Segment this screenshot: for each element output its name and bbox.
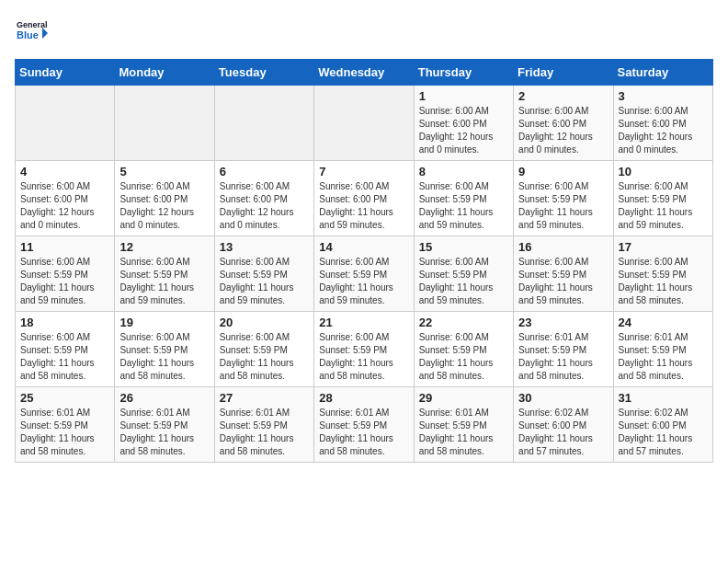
svg-text:General: General	[17, 20, 48, 29]
weekday-header-sunday: Sunday	[16, 60, 115, 86]
calendar-cell: 19Sunrise: 6:00 AM Sunset: 5:59 PM Dayli…	[115, 312, 214, 387]
day-info: Sunrise: 6:01 AM Sunset: 5:59 PM Dayligh…	[319, 407, 408, 458]
calendar-cell: 15Sunrise: 6:00 AM Sunset: 5:59 PM Dayli…	[414, 236, 513, 312]
day-info: Sunrise: 6:00 AM Sunset: 5:59 PM Dayligh…	[419, 180, 508, 232]
calendar-table: SundayMondayTuesdayWednesdayThursdayFrid…	[15, 59, 713, 463]
day-info: Sunrise: 6:00 AM Sunset: 5:59 PM Dayligh…	[319, 331, 408, 383]
calendar-cell: 8Sunrise: 6:00 AM Sunset: 5:59 PM Daylig…	[414, 161, 513, 236]
calendar-cell: 6Sunrise: 6:00 AM Sunset: 6:00 PM Daylig…	[214, 161, 313, 236]
day-number: 10	[619, 165, 708, 178]
calendar-cell: 30Sunrise: 6:02 AM Sunset: 6:00 PM Dayli…	[514, 387, 613, 463]
day-info: Sunrise: 6:00 AM Sunset: 5:59 PM Dayligh…	[20, 256, 109, 307]
day-number: 6	[220, 165, 309, 178]
calendar-cell: 21Sunrise: 6:00 AM Sunset: 5:59 PM Dayli…	[314, 312, 414, 387]
page-header: General Blue	[15, 15, 713, 48]
day-number: 31	[619, 391, 708, 405]
day-info: Sunrise: 6:00 AM Sunset: 5:59 PM Dayligh…	[119, 331, 209, 383]
day-number: 22	[419, 316, 508, 329]
logo-svg: General Blue	[15, 15, 48, 48]
day-info: Sunrise: 6:00 AM Sunset: 5:59 PM Dayligh…	[220, 256, 309, 307]
svg-text:Blue: Blue	[17, 29, 39, 40]
day-number: 30	[518, 391, 608, 405]
day-number: 4	[20, 165, 109, 178]
day-info: Sunrise: 6:00 AM Sunset: 5:59 PM Dayligh…	[419, 331, 508, 383]
calendar-week-1: 1Sunrise: 6:00 AM Sunset: 6:00 PM Daylig…	[16, 86, 713, 161]
calendar-cell	[314, 86, 414, 161]
calendar-cell: 10Sunrise: 6:00 AM Sunset: 5:59 PM Dayli…	[613, 161, 712, 236]
day-number: 21	[319, 316, 408, 329]
calendar-cell: 23Sunrise: 6:01 AM Sunset: 5:59 PM Dayli…	[514, 312, 613, 387]
calendar-cell: 9Sunrise: 6:00 AM Sunset: 5:59 PM Daylig…	[514, 161, 613, 236]
day-info: Sunrise: 6:00 AM Sunset: 5:59 PM Dayligh…	[220, 331, 309, 383]
calendar-week-3: 11Sunrise: 6:00 AM Sunset: 5:59 PM Dayli…	[16, 236, 713, 312]
calendar-cell	[214, 86, 313, 161]
day-info: Sunrise: 6:00 AM Sunset: 6:00 PM Dayligh…	[119, 180, 209, 232]
logo: General Blue	[15, 15, 48, 48]
calendar-cell: 17Sunrise: 6:00 AM Sunset: 5:59 PM Dayli…	[613, 236, 712, 312]
weekday-header-row: SundayMondayTuesdayWednesdayThursdayFrid…	[16, 60, 713, 86]
day-number: 26	[119, 391, 209, 405]
calendar-week-4: 18Sunrise: 6:00 AM Sunset: 5:59 PM Dayli…	[16, 312, 713, 387]
calendar-cell: 16Sunrise: 6:00 AM Sunset: 5:59 PM Dayli…	[514, 236, 613, 312]
calendar-cell: 4Sunrise: 6:00 AM Sunset: 6:00 PM Daylig…	[16, 161, 115, 236]
calendar-cell: 12Sunrise: 6:00 AM Sunset: 5:59 PM Dayli…	[115, 236, 214, 312]
calendar-cell: 22Sunrise: 6:00 AM Sunset: 5:59 PM Dayli…	[414, 312, 513, 387]
weekday-header-friday: Friday	[514, 60, 613, 86]
day-info: Sunrise: 6:00 AM Sunset: 5:59 PM Dayligh…	[619, 180, 708, 232]
calendar-cell	[16, 86, 115, 161]
day-info: Sunrise: 6:02 AM Sunset: 6:00 PM Dayligh…	[619, 407, 708, 458]
day-info: Sunrise: 6:00 AM Sunset: 6:00 PM Dayligh…	[220, 180, 309, 232]
calendar-cell: 20Sunrise: 6:00 AM Sunset: 5:59 PM Dayli…	[214, 312, 313, 387]
day-info: Sunrise: 6:00 AM Sunset: 6:00 PM Dayligh…	[619, 105, 708, 156]
day-number: 25	[20, 391, 109, 405]
weekday-header-tuesday: Tuesday	[214, 60, 313, 86]
day-number: 1	[419, 89, 508, 103]
day-info: Sunrise: 6:00 AM Sunset: 5:59 PM Dayligh…	[419, 256, 508, 307]
calendar-cell: 25Sunrise: 6:01 AM Sunset: 5:59 PM Dayli…	[16, 387, 115, 463]
calendar-cell: 3Sunrise: 6:00 AM Sunset: 6:00 PM Daylig…	[613, 86, 712, 161]
day-number: 23	[518, 316, 608, 329]
day-number: 28	[319, 391, 408, 405]
day-number: 11	[20, 240, 109, 254]
calendar-cell	[115, 86, 214, 161]
calendar-cell: 27Sunrise: 6:01 AM Sunset: 5:59 PM Dayli…	[214, 387, 313, 463]
day-info: Sunrise: 6:00 AM Sunset: 5:59 PM Dayligh…	[119, 256, 209, 307]
calendar-week-5: 25Sunrise: 6:01 AM Sunset: 5:59 PM Dayli…	[16, 387, 713, 463]
weekday-header-thursday: Thursday	[414, 60, 513, 86]
day-number: 8	[419, 165, 508, 178]
day-number: 12	[119, 240, 209, 254]
calendar-cell: 14Sunrise: 6:00 AM Sunset: 5:59 PM Dayli…	[314, 236, 414, 312]
day-number: 19	[119, 316, 209, 329]
day-info: Sunrise: 6:00 AM Sunset: 5:59 PM Dayligh…	[20, 331, 109, 383]
day-info: Sunrise: 6:00 AM Sunset: 5:59 PM Dayligh…	[518, 256, 608, 307]
day-info: Sunrise: 6:01 AM Sunset: 5:59 PM Dayligh…	[619, 331, 708, 383]
calendar-cell: 11Sunrise: 6:00 AM Sunset: 5:59 PM Dayli…	[16, 236, 115, 312]
day-number: 17	[619, 240, 708, 254]
day-info: Sunrise: 6:01 AM Sunset: 5:59 PM Dayligh…	[20, 407, 109, 458]
day-info: Sunrise: 6:00 AM Sunset: 6:00 PM Dayligh…	[20, 180, 109, 232]
day-info: Sunrise: 6:02 AM Sunset: 6:00 PM Dayligh…	[518, 407, 608, 458]
calendar-cell: 7Sunrise: 6:00 AM Sunset: 6:00 PM Daylig…	[314, 161, 414, 236]
weekday-header-monday: Monday	[115, 60, 214, 86]
day-info: Sunrise: 6:00 AM Sunset: 6:00 PM Dayligh…	[319, 180, 408, 232]
day-number: 13	[220, 240, 309, 254]
day-number: 5	[119, 165, 209, 178]
day-number: 16	[518, 240, 608, 254]
calendar-cell: 18Sunrise: 6:00 AM Sunset: 5:59 PM Dayli…	[16, 312, 115, 387]
day-number: 18	[20, 316, 109, 329]
day-number: 9	[518, 165, 608, 178]
day-info: Sunrise: 6:00 AM Sunset: 5:59 PM Dayligh…	[619, 256, 708, 307]
day-info: Sunrise: 6:01 AM Sunset: 5:59 PM Dayligh…	[119, 407, 209, 458]
calendar-week-2: 4Sunrise: 6:00 AM Sunset: 6:00 PM Daylig…	[16, 161, 713, 236]
day-number: 29	[419, 391, 508, 405]
day-info: Sunrise: 6:01 AM Sunset: 5:59 PM Dayligh…	[518, 331, 608, 383]
calendar-cell: 28Sunrise: 6:01 AM Sunset: 5:59 PM Dayli…	[314, 387, 414, 463]
day-info: Sunrise: 6:00 AM Sunset: 5:59 PM Dayligh…	[518, 180, 608, 232]
day-number: 24	[619, 316, 708, 329]
calendar-cell: 29Sunrise: 6:01 AM Sunset: 5:59 PM Dayli…	[414, 387, 513, 463]
calendar-cell: 31Sunrise: 6:02 AM Sunset: 6:00 PM Dayli…	[613, 387, 712, 463]
calendar-cell: 26Sunrise: 6:01 AM Sunset: 5:59 PM Dayli…	[115, 387, 214, 463]
calendar-cell: 24Sunrise: 6:01 AM Sunset: 5:59 PM Dayli…	[613, 312, 712, 387]
calendar-cell: 5Sunrise: 6:00 AM Sunset: 6:00 PM Daylig…	[115, 161, 214, 236]
day-info: Sunrise: 6:00 AM Sunset: 5:59 PM Dayligh…	[319, 256, 408, 307]
